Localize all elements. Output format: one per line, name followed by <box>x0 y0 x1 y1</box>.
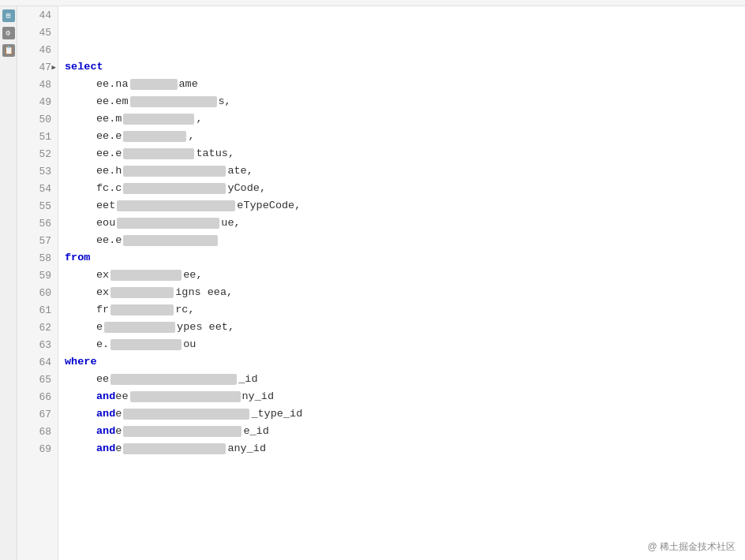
code-text: e <box>115 405 122 423</box>
line-number-59: 59 <box>17 267 58 284</box>
redacted-block <box>110 374 237 385</box>
line-number-49: 49 <box>17 93 58 110</box>
sidebar-icon-3[interactable]: 📋 <box>2 44 15 57</box>
line-number-64: 64 <box>17 353 58 371</box>
redacted-block <box>110 304 174 315</box>
line-number-48: 48 <box>17 76 58 93</box>
redacted-block <box>104 322 175 333</box>
redacted-block <box>117 200 235 211</box>
keyword-and: and <box>96 388 115 405</box>
code-text: ee.m <box>96 110 122 128</box>
line-number-69: 69 <box>17 440 58 457</box>
line-number-45: 45 <box>17 24 58 41</box>
code-text: s, <box>219 93 231 110</box>
code-text: e <box>96 319 103 336</box>
code-text: e <box>115 440 122 457</box>
redacted-block <box>117 218 219 229</box>
redacted-block <box>123 426 241 437</box>
code-line-50: ee.m, <box>65 110 745 128</box>
redacted-block <box>130 391 241 402</box>
code-text: yCode, <box>227 180 266 197</box>
code-line-69: and eany_id <box>65 440 745 457</box>
code-line-53: ee.hate, <box>65 162 745 180</box>
line-number-57: 57 <box>17 232 58 249</box>
line-number-46: 46 <box>17 41 58 58</box>
code-text: ee, <box>183 267 202 284</box>
code-line-62: eypes eet, <box>65 319 745 336</box>
line-number-52: 52 <box>17 145 58 162</box>
code-line-64: where <box>65 353 745 371</box>
redacted-block <box>123 443 226 454</box>
code-text: fc.c <box>96 180 122 197</box>
line-number-66: 66 <box>17 388 58 405</box>
code-text: ee.e <box>96 128 122 145</box>
line-number-61: 61 <box>17 301 58 319</box>
keyword-from: from <box>65 249 90 267</box>
line-number-62: 62 <box>17 319 58 336</box>
code-line-54: fc.cyCode, <box>65 180 745 197</box>
code-line-59: exee, <box>65 267 745 284</box>
code-text: e. <box>96 336 109 353</box>
code-line-45 <box>65 24 745 41</box>
line-number-53: 53 <box>17 162 58 180</box>
redacted-block <box>130 79 178 90</box>
top-bar <box>0 0 745 6</box>
code-line-52: ee.etatus, <box>65 145 745 162</box>
redacted-block <box>123 166 226 177</box>
redacted-block <box>123 409 249 420</box>
code-text: fr <box>96 301 109 319</box>
code-text: e <box>115 423 122 440</box>
code-text: _id <box>238 371 257 388</box>
line-number-56: 56 <box>17 215 58 232</box>
sidebar-icon-2[interactable]: ⚙ <box>2 27 15 39</box>
keyword-where: where <box>65 353 97 371</box>
code-line-58: from <box>65 249 745 267</box>
code-text: _type_id <box>251 405 302 423</box>
line-number-67: 67 <box>17 405 58 423</box>
code-area: ⊞ ⚙ 📋 4445464748495051525354555657585960… <box>0 6 745 560</box>
code-line-68: and ee_id <box>65 423 745 440</box>
code-text: ee.em <box>96 93 129 110</box>
redacted-block <box>123 235 218 246</box>
line-number-63: 63 <box>17 336 58 353</box>
keyword-select: select <box>65 58 103 76</box>
code-line-55: eeteTypeCode, <box>65 197 745 215</box>
code-text: eTypeCode, <box>237 197 301 215</box>
code-line-47: select <box>65 58 745 76</box>
code-text: ou <box>183 336 196 353</box>
code-text: ny_id <box>242 388 275 405</box>
code-content: selectee.naameee.ems,ee.m,ee.e,ee.etatus… <box>58 6 745 560</box>
sidebar-icons: ⊞ ⚙ 📋 <box>0 6 17 560</box>
code-text: ame <box>179 76 198 93</box>
keyword-and: and <box>96 423 115 440</box>
code-text: ee.e <box>96 232 122 249</box>
redacted-block <box>123 183 226 194</box>
line-number-54: 54 <box>17 180 58 197</box>
redacted-block <box>110 339 182 350</box>
watermark: @ 稀土掘金技术社区 <box>647 540 736 554</box>
code-line-57: ee.e <box>65 232 745 249</box>
code-line-60: exigns eea, <box>65 284 745 301</box>
code-text: ypes eet, <box>177 319 234 336</box>
redacted-block <box>110 287 174 298</box>
line-number-51: 51 <box>17 128 58 145</box>
redacted-block <box>110 270 182 281</box>
redacted-block <box>123 131 186 142</box>
code-line-44 <box>65 6 745 24</box>
code-text: igns eea, <box>175 284 233 301</box>
sidebar-icon-1[interactable]: ⊞ <box>2 9 15 22</box>
line-numbers: 4445464748495051525354555657585960616263… <box>17 6 58 560</box>
code-text: , <box>196 110 202 128</box>
code-text: eet <box>96 197 115 215</box>
code-text: ee.h <box>96 162 122 180</box>
code-text: , <box>188 128 194 145</box>
code-line-56: eouue, <box>65 215 745 232</box>
code-text: rc, <box>175 301 194 319</box>
keyword-and: and <box>96 440 115 457</box>
line-number-60: 60 <box>17 284 58 301</box>
redacted-block <box>123 148 194 159</box>
code-text: ate, <box>227 162 253 180</box>
line-number-58: 58 <box>17 249 58 267</box>
code-line-66: and eeny_id <box>65 388 745 405</box>
redacted-block <box>130 96 217 107</box>
